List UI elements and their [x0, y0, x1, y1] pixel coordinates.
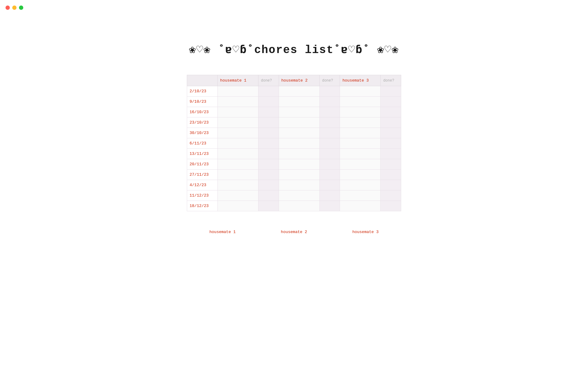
table-row: 6/11/23: [187, 138, 401, 149]
done2-cell[interactable]: [319, 138, 340, 149]
housemate3-task-cell[interactable]: [340, 138, 381, 149]
housemate2-header: housemate 2: [279, 75, 319, 86]
housemate1-task-cell[interactable]: [217, 159, 258, 170]
housemate1-task-cell[interactable]: [217, 117, 258, 128]
housemate3-task-cell[interactable]: [340, 149, 381, 159]
table-header-row: housemate 1 done? housemate 2 done? hous…: [187, 75, 401, 86]
done1-cell[interactable]: [258, 190, 279, 201]
housemate2-task-cell[interactable]: [279, 86, 319, 97]
housemate1-task-cell[interactable]: [217, 190, 258, 201]
housemate2-task-cell[interactable]: [279, 159, 319, 170]
done3-cell[interactable]: [381, 86, 401, 97]
close-button[interactable]: [6, 6, 10, 10]
housemate1-task-cell[interactable]: [217, 86, 258, 97]
housemate3-task-cell[interactable]: [340, 190, 381, 201]
done1-header: done?: [258, 75, 279, 86]
chores-table: housemate 1 done? housemate 2 done? hous…: [187, 75, 401, 211]
done3-cell[interactable]: [381, 128, 401, 138]
done2-cell[interactable]: [319, 170, 340, 180]
done3-cell[interactable]: [381, 138, 401, 149]
done1-cell[interactable]: [258, 201, 279, 211]
done3-cell[interactable]: [381, 170, 401, 180]
housemate1-task-cell[interactable]: [217, 149, 258, 159]
housemate1-task-cell[interactable]: [217, 128, 258, 138]
date-cell: 11/12/23: [187, 190, 218, 201]
bottom-section: housemate 1 housemate 2 housemate 3: [187, 230, 401, 234]
housemate3-header: housemate 3: [340, 75, 381, 86]
housemate1-task-cell[interactable]: [217, 97, 258, 107]
housemate3-task-cell[interactable]: [340, 201, 381, 211]
done2-cell[interactable]: [319, 117, 340, 128]
done1-cell[interactable]: [258, 128, 279, 138]
maximize-button[interactable]: [19, 6, 23, 10]
housemate2-task-cell[interactable]: [279, 190, 319, 201]
housemate3-task-cell[interactable]: [340, 86, 381, 97]
done1-cell[interactable]: [258, 107, 279, 117]
housemate2-task-cell[interactable]: [279, 201, 319, 211]
done2-cell[interactable]: [319, 128, 340, 138]
date-cell: 2/10/23: [187, 86, 218, 97]
done1-cell[interactable]: [258, 170, 279, 180]
housemate3-task-cell[interactable]: [340, 159, 381, 170]
done2-cell[interactable]: [319, 180, 340, 190]
done2-cell[interactable]: [319, 149, 340, 159]
done1-cell[interactable]: [258, 180, 279, 190]
housemate1-task-cell[interactable]: [217, 138, 258, 149]
bottom-label1: housemate 1: [209, 230, 236, 234]
table-body: 2/10/239/10/2316/10/2323/10/2330/10/236/…: [187, 86, 401, 211]
date-cell: 4/12/23: [187, 180, 218, 190]
date-cell: 13/11/23: [187, 149, 218, 159]
housemate3-task-cell[interactable]: [340, 97, 381, 107]
done3-cell[interactable]: [381, 190, 401, 201]
housemate3-task-cell[interactable]: [340, 180, 381, 190]
bottom-label3: housemate 3: [352, 230, 379, 234]
done2-cell[interactable]: [319, 97, 340, 107]
housemate1-task-cell[interactable]: [217, 201, 258, 211]
housemate1-header: housemate 1: [217, 75, 258, 86]
done2-cell[interactable]: [319, 159, 340, 170]
housemate1-task-cell[interactable]: [217, 180, 258, 190]
housemate1-task-cell[interactable]: [217, 170, 258, 180]
page-title: ❀♡❀ ˚ɐ♡ɓ˚chores list˚ɐ♡ɓ˚ ❀♡❀: [189, 43, 399, 56]
date-cell: 6/11/23: [187, 138, 218, 149]
date-cell: 20/11/23: [187, 159, 218, 170]
housemate2-task-cell[interactable]: [279, 138, 319, 149]
done3-cell[interactable]: [381, 149, 401, 159]
date-cell: 30/10/23: [187, 128, 218, 138]
table-row: 4/12/23: [187, 180, 401, 190]
done2-header: done?: [319, 75, 340, 86]
done1-cell[interactable]: [258, 97, 279, 107]
date-cell: 27/11/23: [187, 170, 218, 180]
done3-cell[interactable]: [381, 180, 401, 190]
housemate2-task-cell[interactable]: [279, 128, 319, 138]
housemate2-task-cell[interactable]: [279, 149, 319, 159]
done3-cell[interactable]: [381, 107, 401, 117]
done1-cell[interactable]: [258, 149, 279, 159]
housemate2-task-cell[interactable]: [279, 170, 319, 180]
done3-cell[interactable]: [381, 117, 401, 128]
done2-cell[interactable]: [319, 190, 340, 201]
done2-cell[interactable]: [319, 86, 340, 97]
done1-cell[interactable]: [258, 138, 279, 149]
housemate3-task-cell[interactable]: [340, 128, 381, 138]
done3-cell[interactable]: [381, 97, 401, 107]
table-row: 13/11/23: [187, 149, 401, 159]
done1-cell[interactable]: [258, 86, 279, 97]
housemate2-task-cell[interactable]: [279, 180, 319, 190]
housemate2-task-cell[interactable]: [279, 117, 319, 128]
housemate2-task-cell[interactable]: [279, 97, 319, 107]
minimize-button[interactable]: [12, 6, 17, 10]
housemate2-task-cell[interactable]: [279, 107, 319, 117]
table-row: 9/10/23: [187, 97, 401, 107]
done3-cell[interactable]: [381, 201, 401, 211]
done1-cell[interactable]: [258, 159, 279, 170]
date-cell: 9/10/23: [187, 97, 218, 107]
done1-cell[interactable]: [258, 117, 279, 128]
done3-cell[interactable]: [381, 159, 401, 170]
done2-cell[interactable]: [319, 201, 340, 211]
housemate3-task-cell[interactable]: [340, 107, 381, 117]
housemate3-task-cell[interactable]: [340, 170, 381, 180]
done2-cell[interactable]: [319, 107, 340, 117]
housemate3-task-cell[interactable]: [340, 117, 381, 128]
housemate1-task-cell[interactable]: [217, 107, 258, 117]
